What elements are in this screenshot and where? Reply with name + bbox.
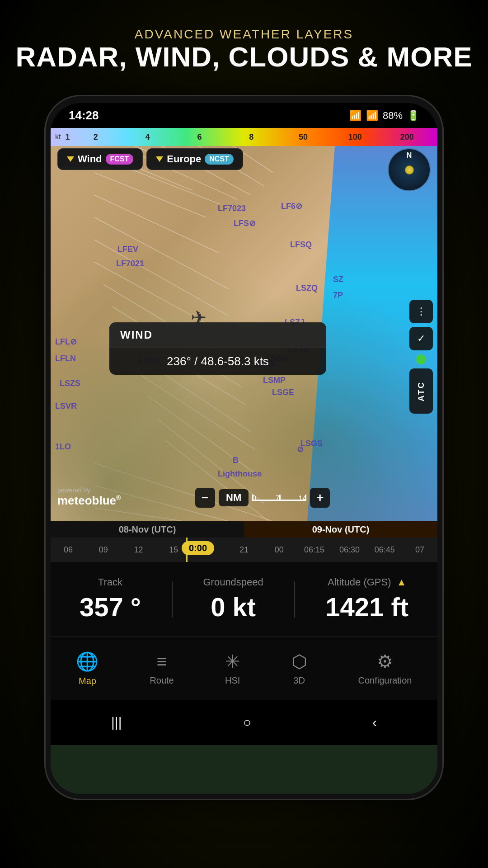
wind-tooltip: WIND 236° / 48.6-58.3 kts bbox=[109, 322, 326, 375]
scale-val-100: 100 bbox=[329, 132, 381, 142]
battery-icon: 🔋 bbox=[407, 110, 419, 122]
airspace-lsmp: LSMP bbox=[263, 376, 286, 385]
atc-label: ATC bbox=[417, 381, 426, 401]
zoom-out-btn[interactable]: − bbox=[195, 488, 215, 508]
airspace-lfln: LFLN bbox=[55, 354, 76, 363]
hsi-nav-label: HSI bbox=[225, 675, 240, 686]
airspace-lf7021: LF7021 bbox=[116, 259, 144, 269]
scale-14: 14 bbox=[298, 495, 306, 503]
checklist-btn[interactable]: ✓ bbox=[409, 327, 433, 350]
more-dots-icon: ⋮ bbox=[416, 306, 426, 317]
wind-tooltip-title: WIND bbox=[109, 322, 326, 348]
stat-divider-2 bbox=[294, 581, 295, 618]
layer-selectors: Wind FCST Europe NCST bbox=[57, 148, 243, 170]
airspace-lszq: LSZQ bbox=[296, 283, 318, 293]
time-0630: 06:30 bbox=[332, 545, 367, 555]
port-label: Lighthouse bbox=[218, 469, 262, 479]
meteoblue-badge: powered by meteoblue® bbox=[57, 486, 121, 508]
stat-divider-1 bbox=[172, 581, 173, 618]
meteoblue-name-label: meteoblue® bbox=[57, 494, 121, 508]
status-time: 14:28 bbox=[69, 108, 99, 123]
meteoblue-powered-label: powered by bbox=[57, 486, 121, 494]
altitude-label: Altitude (GPS) ▲ bbox=[325, 576, 408, 588]
scale-val-50: 50 bbox=[277, 132, 329, 142]
wind-layer-btn[interactable]: Wind FCST bbox=[57, 148, 143, 170]
nav-hsi[interactable]: ✳ HSI bbox=[216, 646, 249, 690]
scale-val-200: 200 bbox=[381, 132, 433, 142]
timeline[interactable]: 08-Nov (UTC) 09-Nov (UTC) 06 09 12 15 18… bbox=[51, 521, 437, 562]
map-area[interactable]: kt 1 2 4 6 8 50 100 200 Wind FCST bbox=[51, 128, 437, 521]
scale-0: 0 bbox=[252, 495, 256, 503]
back-btn[interactable]: ‹ bbox=[372, 715, 377, 730]
system-nav-bar: ||| ○ ‹ bbox=[51, 700, 437, 745]
airspace-lhb: B bbox=[233, 456, 239, 465]
airspace-lsvr: LSVR bbox=[55, 401, 77, 411]
time-12: 12 bbox=[121, 545, 156, 555]
atc-btn[interactable]: ATC bbox=[409, 368, 433, 414]
home-btn[interactable]: ○ bbox=[243, 715, 251, 730]
zoom-in-btn[interactable]: + bbox=[310, 488, 330, 508]
track-value: 357 ° bbox=[80, 592, 141, 622]
scale-ruler: 0 7 14 bbox=[252, 495, 306, 501]
scale-7: 7 bbox=[275, 495, 279, 503]
bottom-stats: Track 357 ° Groundspeed 0 kt Altitude (G… bbox=[51, 562, 437, 637]
phone-frame: 14:28 📶 📶 88% 🔋 bbox=[44, 95, 444, 800]
time-0645: 06:45 bbox=[367, 545, 402, 555]
track-stat: Track 357 ° bbox=[80, 576, 141, 622]
airspace-sz: SZ bbox=[333, 275, 343, 284]
airspace-lfl: LFL⊘ bbox=[55, 337, 77, 347]
wind-badge: FCST bbox=[106, 154, 134, 165]
airspace-lf6: LF6⊘ bbox=[281, 201, 302, 211]
right-sidebar: ⋮ ✓ ATC bbox=[409, 300, 433, 414]
time-00: 00 bbox=[262, 545, 297, 555]
altitude-value: 1421 ft bbox=[325, 592, 408, 622]
airspace-lfs: LFS⊘ bbox=[234, 218, 256, 228]
altitude-stat: Altitude (GPS) ▲ 1421 ft bbox=[325, 576, 408, 622]
compass-north-label: N bbox=[407, 151, 412, 160]
airspace-lsgs: LSGS bbox=[300, 439, 323, 448]
route-nav-label: Route bbox=[150, 675, 174, 686]
nav-map[interactable]: 🌐 Map bbox=[67, 646, 108, 691]
green-dot-container bbox=[409, 354, 433, 365]
promo-title: RADAR, WIND, CLOUDS & MORE bbox=[0, 42, 488, 72]
green-status-dot bbox=[416, 354, 426, 364]
scale-val-2: 2 bbox=[70, 132, 122, 142]
nav-3d[interactable]: ⬡ 3D bbox=[282, 646, 316, 690]
nav-route[interactable]: ≡ Route bbox=[141, 647, 183, 690]
groundspeed-value: 0 kt bbox=[203, 592, 263, 622]
map-nav-icon: 🌐 bbox=[76, 651, 99, 672]
config-nav-label: Configuration bbox=[358, 675, 412, 686]
region-badge: NCST bbox=[205, 154, 234, 165]
3d-nav-icon: ⬡ bbox=[291, 651, 307, 672]
region-dropdown-arrow-icon bbox=[156, 156, 163, 162]
airspace-1lo: 1LO bbox=[55, 442, 71, 452]
groundspeed-stat: Groundspeed 0 kt bbox=[203, 576, 263, 622]
region-layer-btn[interactable]: Europe NCST bbox=[146, 148, 243, 170]
airspace-lfev: LFEV bbox=[117, 245, 138, 254]
timeline-times[interactable]: 06 09 12 15 18 21 00 0:00 06:15 06:30 06… bbox=[51, 538, 437, 562]
wind-layer-label: Wind bbox=[78, 153, 102, 165]
scale-val-6: 6 bbox=[174, 132, 225, 142]
scale-bar: − NM 0 7 14 + bbox=[195, 488, 330, 508]
status-bar: 14:28 📶 📶 88% 🔋 bbox=[51, 103, 437, 128]
phone-screen: 14:28 📶 📶 88% 🔋 bbox=[51, 103, 437, 794]
airspace-lszs: LSZS bbox=[60, 379, 80, 388]
airspace-7p: 7P bbox=[333, 291, 343, 300]
airspace-lsgs2: ⊘ bbox=[297, 444, 304, 454]
wind-dropdown-arrow-icon bbox=[67, 156, 74, 162]
current-time-indicator: 0:00 bbox=[182, 541, 214, 555]
date-right: 09-Nov (UTC) bbox=[244, 521, 437, 538]
date-left: 08-Nov (UTC) bbox=[51, 521, 244, 538]
groundspeed-label: Groundspeed bbox=[203, 576, 263, 588]
status-icons: 📶 📶 88% 🔋 bbox=[349, 110, 419, 122]
recent-apps-btn[interactable]: ||| bbox=[111, 715, 122, 730]
3d-nav-label: 3D bbox=[293, 675, 305, 686]
nav-config[interactable]: ⚙ Configuration bbox=[349, 646, 421, 690]
airspace-lf7023: LF7023 bbox=[218, 204, 246, 213]
bottom-nav: 🌐 Map ≡ Route ✳ HSI ⬡ 3D ⚙ Configuration bbox=[51, 637, 437, 700]
more-options-btn[interactable]: ⋮ bbox=[409, 300, 433, 323]
time-06: 06 bbox=[51, 545, 86, 555]
wifi-icon: 📶 bbox=[349, 110, 361, 122]
region-layer-label: Europe bbox=[167, 153, 201, 165]
check-icon: ✓ bbox=[417, 333, 425, 344]
